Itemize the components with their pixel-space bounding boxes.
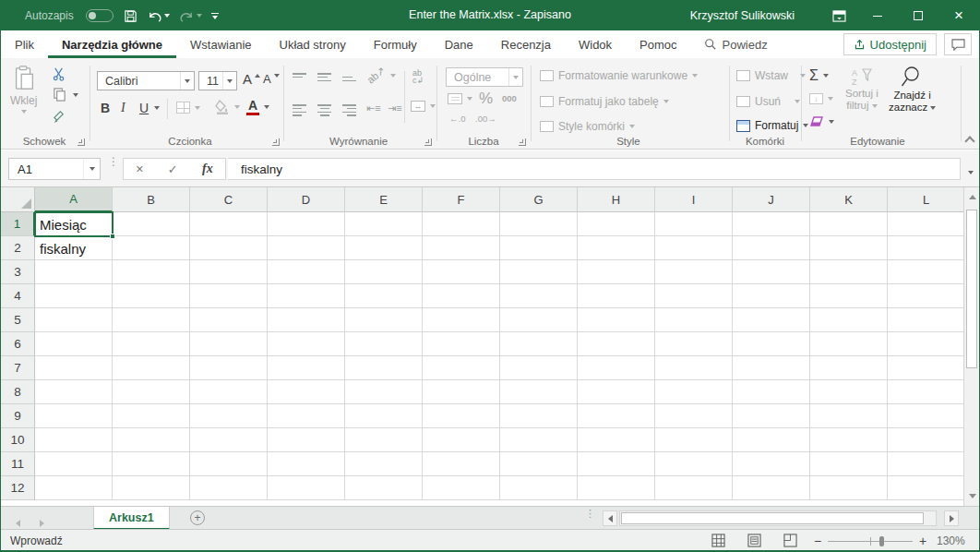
zoom-slider[interactable]	[828, 534, 913, 548]
cell-A12[interactable]	[35, 476, 113, 500]
cell-I7[interactable]	[655, 356, 733, 380]
collapse-ribbon-button[interactable]	[964, 136, 974, 146]
cell-I9[interactable]	[655, 404, 733, 428]
sheet-tab-arkusz1[interactable]: Arkusz1	[93, 507, 170, 530]
align-left-button[interactable]	[293, 102, 306, 118]
column-header-F[interactable]: F	[423, 187, 500, 212]
clear-button[interactable]	[809, 115, 834, 128]
cell-F10[interactable]	[423, 428, 500, 452]
cell-L6[interactable]	[888, 332, 965, 356]
cell-D12[interactable]	[268, 476, 345, 500]
align-center-button[interactable]	[317, 102, 331, 118]
comments-button[interactable]	[944, 33, 972, 55]
horizontal-scroll-thumb[interactable]	[621, 512, 924, 524]
cell-B10[interactable]	[113, 428, 190, 452]
cell-B12[interactable]	[113, 476, 190, 500]
cell-L12[interactable]	[888, 476, 965, 500]
cell-G1[interactable]	[500, 212, 578, 236]
cell-K6[interactable]	[810, 332, 888, 356]
wrap-text-button[interactable]: abc↲	[412, 69, 424, 84]
cell-C6[interactable]	[190, 332, 268, 356]
cell-L8[interactable]	[888, 380, 965, 404]
cell-J10[interactable]	[733, 428, 810, 452]
cell-E4[interactable]	[345, 284, 423, 308]
row-header-12[interactable]: 12	[1, 476, 35, 500]
cell-L11[interactable]	[888, 452, 965, 476]
cell-B2[interactable]	[113, 236, 190, 260]
cell-D10[interactable]	[268, 428, 345, 452]
font-dialog-launcher[interactable]	[272, 138, 280, 146]
autosum-button[interactable]: Σ	[809, 67, 829, 84]
cell-I1[interactable]	[655, 212, 733, 236]
cell-L2[interactable]	[888, 236, 965, 260]
cell-L1[interactable]	[888, 212, 965, 236]
cell-K5[interactable]	[810, 308, 888, 332]
cell-F4[interactable]	[423, 284, 500, 308]
cell-B9[interactable]	[113, 404, 190, 428]
cell-J3[interactable]	[733, 260, 810, 284]
cell-G11[interactable]	[500, 452, 578, 476]
row-header-7[interactable]: 7	[1, 356, 35, 380]
cell-styles-button[interactable]: Style komórki	[540, 120, 635, 133]
decrease-decimal-button[interactable]: .00→	[475, 114, 496, 124]
copy-button[interactable]	[53, 88, 78, 102]
cell-K3[interactable]	[810, 260, 888, 284]
cell-H5[interactable]	[578, 308, 655, 332]
normal-view-button[interactable]	[711, 534, 725, 547]
cell-H6[interactable]	[578, 332, 655, 356]
decrease-indent-button[interactable]: ⇤≡	[366, 102, 381, 114]
italic-button[interactable]: I	[121, 101, 125, 115]
tab-narz-dzia-g-wne[interactable]: Narzędzia główne	[48, 30, 176, 58]
maximize-button[interactable]	[898, 1, 938, 30]
cell-J2[interactable]	[733, 236, 810, 260]
cell-A10[interactable]	[35, 428, 113, 452]
comma-style-button[interactable]: 000	[502, 93, 517, 103]
row-header-4[interactable]: 4	[1, 284, 35, 308]
column-header-J[interactable]: J	[733, 187, 810, 212]
cell-E6[interactable]	[345, 332, 423, 356]
cell-H9[interactable]	[578, 404, 655, 428]
zoom-thumb[interactable]	[879, 536, 884, 546]
cell-G6[interactable]	[500, 332, 578, 356]
cell-B5[interactable]	[113, 308, 190, 332]
zoom-level[interactable]: 130%	[937, 534, 965, 547]
grow-font-button[interactable]: A	[243, 71, 260, 87]
increase-indent-button[interactable]: ⇥≡	[388, 102, 402, 114]
cell-F11[interactable]	[423, 452, 500, 476]
cell-I8[interactable]	[655, 380, 733, 404]
hscroll-left-button[interactable]	[603, 510, 617, 526]
cell-C10[interactable]	[190, 428, 268, 452]
cell-E8[interactable]	[345, 380, 423, 404]
underline-caret[interactable]	[154, 106, 160, 110]
cell-F7[interactable]	[423, 356, 500, 380]
number-format-combo[interactable]: Ogólne	[446, 67, 523, 87]
cell-H2[interactable]	[578, 236, 655, 260]
conditional-formatting-button[interactable]: Formatowanie warunkowe	[540, 69, 698, 82]
orientation-button[interactable]: ab↗	[366, 69, 396, 81]
cell-E10[interactable]	[345, 428, 423, 452]
cell-K2[interactable]	[810, 236, 888, 260]
cell-I3[interactable]	[655, 260, 733, 284]
number-dialog-launcher[interactable]	[519, 138, 526, 146]
cell-G7[interactable]	[500, 356, 578, 380]
cell-E3[interactable]	[345, 260, 423, 284]
cell-A11[interactable]	[35, 452, 113, 476]
cell-G4[interactable]	[500, 284, 578, 308]
column-header-K[interactable]: K	[810, 187, 888, 212]
row-header-2[interactable]: 2	[1, 236, 35, 260]
cell-J1[interactable]	[733, 212, 810, 236]
cell-C2[interactable]	[190, 236, 268, 260]
increase-decimal-button[interactable]: ←.0	[449, 114, 465, 124]
cell-J12[interactable]	[733, 476, 810, 500]
accounting-format-button[interactable]	[448, 93, 472, 104]
expand-formula-bar-button[interactable]	[968, 162, 974, 178]
cell-K10[interactable]	[810, 428, 888, 452]
cell-I4[interactable]	[655, 284, 733, 308]
row-header-11[interactable]: 11	[1, 452, 35, 476]
vertical-scrollbar[interactable]	[963, 187, 979, 506]
cell-J6[interactable]	[733, 332, 810, 356]
share-button[interactable]: Udostępnij	[843, 33, 937, 55]
cell-J8[interactable]	[733, 380, 810, 404]
cell-B7[interactable]	[113, 356, 190, 380]
shrink-font-button[interactable]: A	[263, 72, 280, 86]
